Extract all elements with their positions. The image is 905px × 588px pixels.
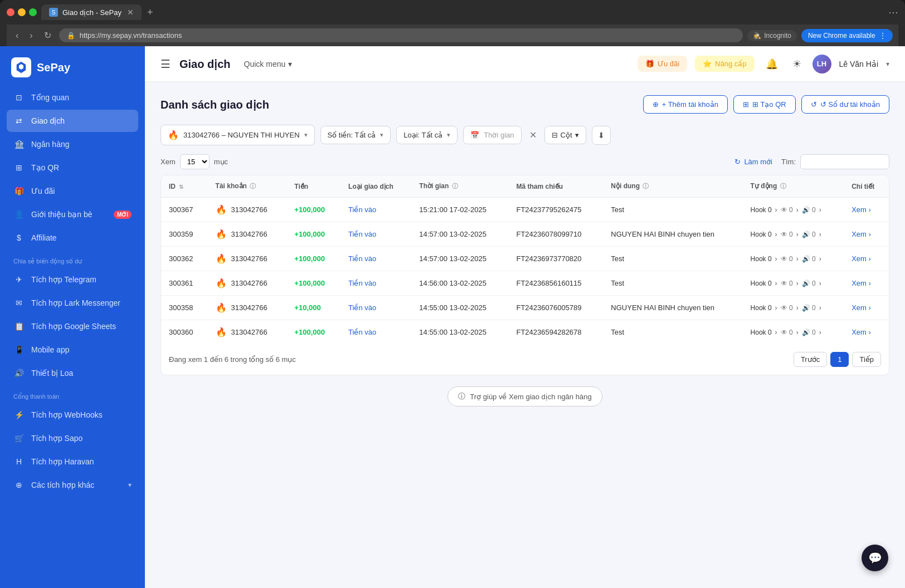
tab-close-button[interactable]: ✕ <box>127 8 134 17</box>
user-menu-chevron[interactable]: ▾ <box>886 60 889 68</box>
so-du-button[interactable]: ↺ ↺ Số dư tài khoản <box>801 95 889 114</box>
uudai-button[interactable]: 🎁 Ưu đãi <box>638 56 687 72</box>
sidebar-item-webhooks[interactable]: ⚡ Tích hợp WebHooks <box>7 404 138 426</box>
sidebar-item-giao-dich[interactable]: ⇄ Giao dịch <box>7 110 138 132</box>
chat-fab-button[interactable]: 💬 <box>862 545 888 571</box>
tab-title: Giao dịch - SePay <box>62 8 121 17</box>
lock-icon: 🔒 <box>67 32 75 40</box>
cell-time: 15:21:00 17-02-2025 <box>411 198 508 222</box>
new-tab-button[interactable]: + <box>144 7 157 18</box>
close-button[interactable] <box>7 8 14 16</box>
sidebar-item-uu-dai[interactable]: 🎁 Ưu đãi <box>7 180 138 202</box>
reload-button[interactable]: ↻ <box>41 28 55 43</box>
id-sort-icon[interactable]: ⇅ <box>179 184 183 190</box>
browser-menu-button[interactable]: ⋯ <box>888 6 898 18</box>
sidebar-item-telegram[interactable]: ✈ Tích hợp Telegram <box>7 268 138 291</box>
maximize-button[interactable] <box>29 8 37 16</box>
sapo-icon: 🛒 <box>13 433 25 444</box>
cell-time: 14:55:00 13-02-2025 <box>411 296 508 320</box>
eye-chevron-icon: › <box>796 206 799 214</box>
page-1-button[interactable]: 1 <box>830 352 849 367</box>
download-button[interactable]: ⬇ <box>592 126 611 145</box>
theme-toggle-button[interactable]: ☀ <box>789 55 805 74</box>
support-button[interactable]: ⓘ Trợ giúp về Xem giao dịch ngân hàng <box>447 386 602 406</box>
them-tai-khoan-button[interactable]: ⊕ + Thêm tài khoản <box>643 95 728 114</box>
sidebar-item-haravan[interactable]: H Tích hợp Haravan <box>7 450 138 473</box>
hook-link[interactable]: Hook 0 <box>751 304 772 312</box>
tao-qr-button[interactable]: ⊞ ⊞ Tạo QR <box>733 95 796 114</box>
hook-link[interactable]: Hook 0 <box>751 231 772 238</box>
sidebar-item-tao-qr[interactable]: ⊞ Tạo QR <box>7 156 138 179</box>
sidebar-item-thiet-bi-loa[interactable]: 🔊 Thiết bị Loa <box>7 362 138 384</box>
sidebar-label-affiliate: Affiliate <box>31 233 57 242</box>
xem-select[interactable]: 15 30 50 <box>180 154 210 169</box>
home-icon: ⊡ <box>13 92 25 103</box>
sidebar-item-ngan-hang[interactable]: 🏦 Ngân hàng <box>7 133 138 155</box>
incognito-label: Incognito <box>764 32 791 40</box>
account-flame-icon: 🔥 <box>168 130 179 140</box>
cell-amount: +100,000 <box>286 271 340 296</box>
hook-link[interactable]: Hook 0 <box>751 255 772 263</box>
hook-link[interactable]: Hook 0 <box>751 206 772 214</box>
speaker-chevron-icon: › <box>819 231 821 238</box>
sidebar-item-affiliate[interactable]: $ Affiliate <box>7 227 138 249</box>
hamburger-button[interactable]: ☰ <box>160 57 171 71</box>
table-body: 300367 🔥 313042766 +100,000 Tiền vào 15:… <box>161 198 889 345</box>
new-chrome-menu-icon: ⋮ <box>879 32 886 40</box>
view-link[interactable]: Xem › <box>852 328 871 336</box>
cell-ref: FT24236973770820 <box>508 247 603 271</box>
next-page-button[interactable]: Tiếp <box>852 352 881 367</box>
notifications-button[interactable]: 🔔 <box>762 55 781 74</box>
back-button[interactable]: ‹ <box>12 28 22 43</box>
view-link[interactable]: Xem › <box>852 303 871 312</box>
noi-dung-info-icon[interactable]: ⓘ <box>643 183 649 189</box>
nangcap-button[interactable]: ⭐ Nâng cấp <box>695 56 754 72</box>
section-title-chia-se: Chia sẻ biến động số dư <box>7 250 138 268</box>
eye-count: 👁 0 <box>781 304 793 312</box>
cell-detail: Xem › <box>844 247 889 271</box>
prev-page-button[interactable]: Trước <box>794 352 827 367</box>
forward-button[interactable]: › <box>26 28 36 43</box>
thoi-gian-info-icon[interactable]: ⓘ <box>452 183 458 189</box>
amount-filter[interactable]: Số tiền: Tất cả ▾ <box>320 126 391 144</box>
hook-link[interactable]: Hook 0 <box>751 280 772 287</box>
sidebar-item-sapo[interactable]: 🛒 Tích hợp Sapo <box>7 427 138 449</box>
cell-amount: +100,000 <box>286 247 340 271</box>
sidebar-item-tong-quan[interactable]: ⊡ Tổng quan <box>7 86 138 109</box>
sidebar-item-google-sheets[interactable]: 📋 Tích hợp Google Sheets <box>7 315 138 337</box>
refresh-button[interactable]: ↻ Làm mới <box>734 158 772 166</box>
cell-content: NGUYEN HAI BINH chuyen tien <box>603 222 742 247</box>
view-link[interactable]: Xem › <box>852 230 871 238</box>
cell-type: Tiền vào <box>340 198 411 222</box>
sidebar-item-lark[interactable]: ✉ Tích hợp Lark Messenger <box>7 292 138 314</box>
columns-filter-button[interactable]: ⊟ Cột ▾ <box>544 126 586 144</box>
flame-icon: 🔥 <box>216 327 227 337</box>
type-filter[interactable]: Loại: Tất cả ▾ <box>396 126 458 144</box>
search-input[interactable] <box>800 154 889 169</box>
speaker-chevron-icon: › <box>819 304 821 312</box>
view-link[interactable]: Xem › <box>852 205 871 214</box>
address-bar[interactable]: 🔒 https://my.sepay.vn/transactions <box>59 28 743 42</box>
cell-ref: FT24236594282678 <box>508 320 603 345</box>
sidebar-item-gioi-thieu[interactable]: 👤 Giới thiệu bạn bè MỚI <box>7 203 138 226</box>
date-filter[interactable]: 📅 Thời gian <box>463 126 521 144</box>
view-link[interactable]: Xem › <box>852 254 871 263</box>
new-chrome-badge[interactable]: New Chrome available ⋮ <box>801 29 893 42</box>
main-content: ☰ Giao dịch Quick menu ▾ 🎁 Ưu đãi ⭐ Nâng… <box>145 46 905 588</box>
cell-detail: Xem › <box>844 222 889 247</box>
browser-tab-active[interactable]: S Giao dịch - SePay ✕ <box>41 4 142 20</box>
cell-detail: Xem › <box>844 271 889 296</box>
avatar: LH <box>812 55 831 74</box>
tu-dong-info-icon[interactable]: ⓘ <box>780 183 786 189</box>
account-filter[interactable]: 🔥 313042766 – NGUYEN THI HUYEN ▾ <box>160 125 315 145</box>
columns-label: Cột <box>561 131 572 139</box>
minimize-button[interactable] <box>18 8 26 16</box>
speaker-count: 🔊 0 <box>802 304 816 312</box>
tai-khoan-info-icon[interactable]: ⓘ <box>250 183 256 189</box>
sidebar-item-mobile-app[interactable]: 📱 Mobile app <box>7 339 138 361</box>
filter-clear-button[interactable]: ✕ <box>527 130 539 140</box>
sidebar-item-other[interactable]: ⊕ Các tích hợp khác ▾ <box>7 474 138 496</box>
quick-menu-button[interactable]: Quick menu ▾ <box>240 57 297 71</box>
view-link[interactable]: Xem › <box>852 279 871 287</box>
hook-link[interactable]: Hook 0 <box>751 329 772 336</box>
